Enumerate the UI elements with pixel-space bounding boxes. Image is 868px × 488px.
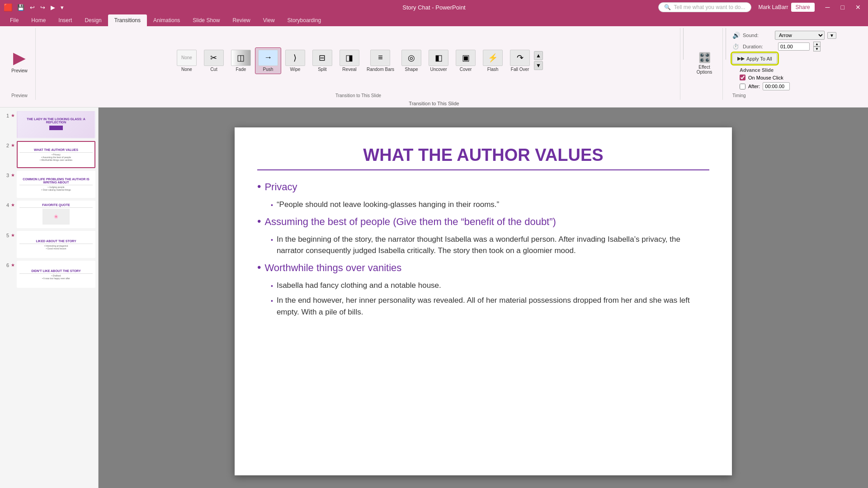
tell-me-box[interactable]: 🔍 Tell me what you want to do... [658,2,751,12]
uncover-icon: ◧ [429,50,448,66]
duration-icon: ⏱️ [732,43,739,50]
tab-transitions[interactable]: Transitions [108,14,147,26]
on-mouse-click-checkbox[interactable] [740,75,745,80]
star-icon-2: ★ [11,141,15,148]
duration-input[interactable] [778,42,810,51]
transition-random-bars[interactable]: ≡ Random Bars [363,47,397,74]
bullet-privacy-quote: • “People should not leave looking-glass… [271,199,709,211]
window-title: Story Chat - PowerPoint [402,4,465,11]
divider-1 [683,28,684,60]
preview-button[interactable]: ▶ Preview [7,46,32,75]
tab-file[interactable]: File [4,14,25,26]
tab-insert[interactable]: Insert [52,14,78,26]
ribbon-group-effect-options: 🎛️ EffectOptions [686,28,723,100]
none-label: None [181,67,192,72]
scroll-up-button[interactable]: ▲ [534,51,543,60]
title-bar-right: 🔍 Tell me what you want to do... Mark La… [655,2,864,12]
after-row: After: [740,82,790,90]
timing-content: 🔊 Sound: Arrow None Applause ▼ ⏱️ Durati… [732,29,836,66]
apply-to-all-button[interactable]: ▶▶ Apply To All [732,53,777,64]
slide-thumb-2[interactable]: 2 ★ WHAT THE AUTHOR VALUES • Privacy • A… [3,141,95,168]
bullet-text-worthwhile: Worthwhile things over vanities [264,260,401,275]
tab-home[interactable]: Home [25,14,52,26]
duration-down-button[interactable]: ▼ [813,47,821,52]
bullet-text-assuming: Assuming the best of people (Give them t… [264,214,556,229]
sound-dropdown-button[interactable]: ▼ [827,32,836,39]
tab-storyboarding[interactable]: Storyboarding [281,14,328,26]
after-checkbox[interactable] [740,84,745,89]
tab-review[interactable]: Review [226,14,256,26]
transition-group-label: Transition to This Slide [335,92,381,99]
split-icon: ⊟ [312,50,332,66]
slide-num-5: 5 [3,231,9,238]
sound-select[interactable]: Arrow None Applause [775,31,825,40]
tab-animations[interactable]: Animations [147,14,186,26]
slide-body: • Privacy • “People should not leave loo… [257,179,709,462]
slide-thumb-3[interactable]: 3 ★ COMMON LIFE PROBLEMS THE AUTHOR IS W… [3,171,95,198]
wipe-label: Wipe [290,67,301,72]
save-button[interactable]: 💾 [15,3,26,12]
tab-view[interactable]: View [257,14,281,26]
present-button[interactable]: ▶ [49,3,57,12]
preview-label: Preview [11,68,28,73]
bullet-text-privacy-quote: “People should not leave looking-glasses… [277,199,499,211]
customize-qa-button[interactable]: ▾ [59,3,66,12]
transition-reveal[interactable]: ◨ Reveal [336,47,363,74]
transition-cover[interactable]: ▣ Cover [453,47,479,74]
transition-label-text: Transition to This Slide [409,101,459,106]
restore-button[interactable]: □ [837,3,848,12]
transition-fall-over[interactable]: ↷ Fall Over [507,47,533,74]
bullet-worthwhile-detail-2: • In the end however, her inner personal… [271,295,709,318]
transition-split[interactable]: ⊟ Split [309,47,335,74]
ribbon-tab-bar: File Home Insert Design Transitions Anim… [0,14,868,26]
effect-options-button[interactable]: 🎛️ EffectOptions [690,50,719,77]
transition-push[interactable]: → Push [255,47,281,74]
transition-fade[interactable]: ◫ Fade [228,47,254,74]
sound-row: 🔊 Sound: Arrow None Applause ▼ [732,31,836,40]
divider-2 [726,28,726,60]
undo-button[interactable]: ↩ [28,3,37,12]
transition-flash[interactable]: ⚡ Flash [480,47,506,74]
redo-button[interactable]: ↪ [38,3,47,12]
slide-canvas: WHAT THE AUTHOR VALUES • Privacy • “Peop… [235,127,732,475]
slide-image-1: THE LADY IN THE LOOKING GLASS: A REFLECT… [17,111,95,138]
bullet-assuming-detail: • In the beginning of the story, the nar… [271,234,709,257]
on-mouse-click-label: On Mouse Click [748,75,783,80]
slide-thumb-1[interactable]: 1 ★ THE LADY IN THE LOOKING GLASS: A REF… [3,111,95,138]
tab-design[interactable]: Design [78,14,108,26]
bullet-text-privacy: Privacy [264,179,297,194]
slide-image-6: DIDN'T LIKE ABOUT THE STORY • Disliked •… [17,261,95,288]
ribbon-group-timing: 🔊 Sound: Arrow None Applause ▼ ⏱️ Durati… [729,28,864,100]
apply-label: Apply To All [746,56,772,61]
slide-thumb-5[interactable]: 5 ★ LIKED ABOUT THE STORY • Interesting … [3,231,95,258]
apply-icon: ▶▶ [737,56,745,61]
slide-panel: 1 ★ THE LADY IN THE LOOKING GLASS: A REF… [0,108,99,488]
star-icon-4: ★ [11,201,15,207]
transition-cut[interactable]: ✂ Cut [201,47,227,74]
wipe-icon: ⟩ [285,50,305,66]
share-button[interactable]: Share [791,3,815,12]
duration-up-button[interactable]: ▲ [813,42,821,47]
transition-none[interactable]: None None [174,47,200,74]
tell-me-placeholder: Tell me what you want to do... [674,4,745,10]
quick-access-toolbar: 💾 ↩ ↪ ▶ ▾ [15,3,66,12]
slide-thumb-6[interactable]: 6 ★ DIDN'T LIKE ABOUT THE STORY • Dislik… [3,261,95,288]
slide-image-4: FAVORITE QUOTE 🌸 [17,201,95,228]
transition-wipe[interactable]: ⟩ Wipe [282,47,308,74]
close-button[interactable]: ✕ [852,3,864,12]
random-bars-label: Random Bars [367,67,394,72]
bullet-assuming: • Assuming the best of people (Give them… [257,214,709,229]
minimize-button[interactable]: ─ [822,3,834,12]
ribbon-content: ▶ Preview Preview None None ✂ Cut ◫ Fade [0,26,868,100]
after-input[interactable] [763,82,790,90]
slide-num-4: 4 [3,201,9,208]
scroll-down-button[interactable]: ▼ [534,61,543,70]
slide-image-3: COMMON LIFE PROBLEMS THE AUTHOR IS WRITI… [17,171,95,198]
bullet-text-assuming-detail: In the beginning of the story, the narra… [277,234,709,257]
shape-label: Shape [405,67,418,72]
split-label: Split [318,67,326,72]
tab-slideshow[interactable]: Slide Show [186,14,226,26]
transition-uncover[interactable]: ◧ Uncover [425,47,452,74]
slide-thumb-4[interactable]: 4 ★ FAVORITE QUOTE 🌸 [3,201,95,228]
transition-shape[interactable]: ◎ Shape [398,47,425,74]
